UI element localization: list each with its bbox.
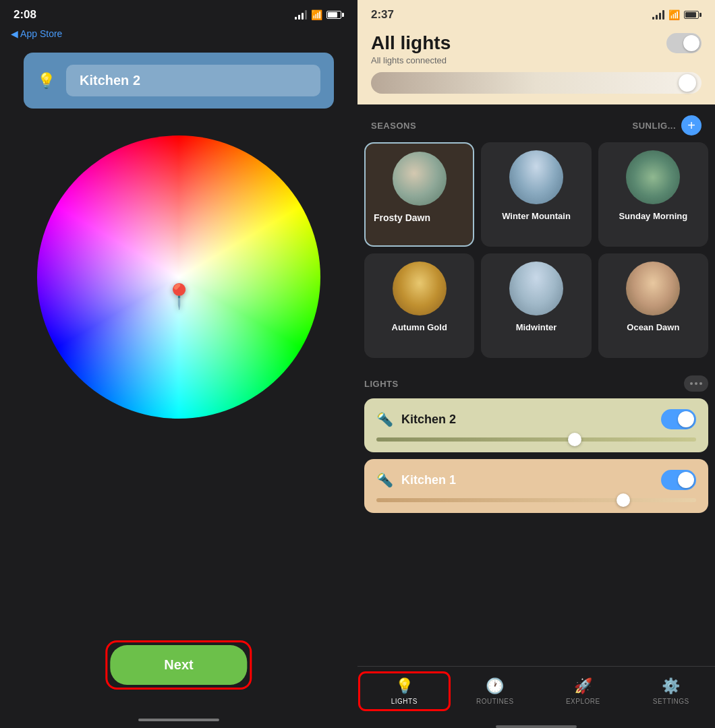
lights-nav-label: LIGHTS [391, 698, 418, 705]
scene-name-frosty-dawn: Frosty Dawn [374, 212, 430, 223]
left-panel: 2:08 📶 ◀ App Store 💡 Kitchen 2 📍 N [0, 0, 358, 728]
light-card-kitchen1[interactable]: 🔦 Kitchen 1 [364, 459, 708, 513]
right-signal-icon [652, 10, 664, 20]
master-toggle[interactable] [666, 33, 702, 53]
ocean-dawn-image [626, 262, 680, 315]
nav-routines[interactable]: 🕐 ROUTINES [451, 673, 540, 709]
light-name-text: Kitchen 2 [80, 73, 140, 88]
lights-nav-icon: 💡 [395, 677, 413, 695]
seasons-label: SEASONS [371, 121, 416, 131]
scene-card-midwinter[interactable]: Midwinter [481, 253, 591, 358]
kitchen2-toggle[interactable] [661, 409, 696, 429]
lights-header: LIGHTS [358, 365, 715, 398]
kitchen2-row: 🔦 Kitchen 2 [376, 409, 696, 429]
scene-card-frosty-dawn[interactable]: Frosty Dawn [364, 142, 474, 247]
midwinter-image [509, 262, 563, 315]
light-card-kitchen2[interactable]: 🔦 Kitchen 2 [364, 398, 708, 452]
kitchen1-row: 🔦 Kitchen 1 [376, 470, 696, 490]
kitchen2-name: Kitchen 2 [401, 413, 456, 427]
kitchen2-left: 🔦 Kitchen 2 [376, 411, 456, 427]
routines-nav-label: ROUTINES [476, 698, 514, 705]
right-battery-icon [684, 11, 702, 19]
all-lights-title: All lights [371, 32, 451, 54]
bottom-nav: 💡 LIGHTS 🕐 ROUTINES 🚀 EXPLORE ⚙️ SETTING… [358, 666, 715, 723]
frosty-dawn-image [393, 152, 447, 206]
kitchen2-bulb-icon: 🔦 [376, 411, 393, 427]
more-button[interactable] [684, 375, 708, 392]
bulb-icon: 💡 [37, 72, 55, 90]
settings-nav-label: SETTINGS [653, 698, 689, 705]
scene-card-sunday-morning[interactable]: Sunday Morning [598, 142, 708, 247]
more-dot-2 [695, 382, 697, 385]
sunday-morning-image [626, 150, 680, 204]
next-button-area: Next [107, 642, 250, 688]
right-status-bar: 2:37 📶 [358, 0, 715, 27]
scene-name-autumn-gold: Autumn Gold [372, 322, 466, 332]
all-lights-brightness-slider[interactable] [371, 72, 702, 94]
right-panel: 2:37 📶 All lights All lights connected [358, 0, 715, 728]
scene-card-winter-mountain[interactable]: Winter Mountain [481, 142, 591, 247]
nav-explore[interactable]: 🚀 EXPLORE [539, 673, 627, 709]
color-wheel[interactable] [37, 135, 320, 419]
wifi-icon: 📶 [311, 9, 322, 20]
scroll-content: SEASONS SUNLIG... + Frosty Dawn Winter M… [358, 104, 715, 666]
explore-nav-icon: 🚀 [574, 677, 592, 695]
scene-card-autumn-gold[interactable]: Autumn Gold [364, 253, 474, 358]
right-time: 2:37 [371, 8, 394, 22]
kitchen1-toggle[interactable] [661, 470, 696, 490]
more-dot-1 [690, 382, 693, 385]
scene-name-ocean-dawn: Ocean Dawn [606, 322, 700, 332]
autumn-gold-image [393, 262, 447, 315]
add-button[interactable]: + [681, 115, 702, 135]
settings-nav-icon: ⚙️ [662, 677, 680, 695]
right-wifi-icon: 📶 [668, 9, 680, 20]
brightness-track [371, 72, 702, 94]
light-name-inner: Kitchen 2 [66, 65, 320, 96]
nav-lights[interactable]: 💡 LIGHTS [360, 673, 449, 709]
app-store-back[interactable]: ◀ App Store [0, 28, 62, 39]
left-time: 2:08 [13, 8, 36, 22]
home-indicator-right [496, 725, 577, 728]
scene-name-sunday-morning: Sunday Morning [606, 211, 700, 221]
kitchen1-left: 🔦 Kitchen 1 [376, 472, 456, 488]
sunlights-label: SUNLIG... [633, 121, 676, 131]
kitchen1-slider-thumb [617, 493, 630, 507]
all-lights-title-row: All lights [371, 32, 702, 54]
all-lights-header: All lights All lights connected [358, 27, 715, 104]
light-name-bar[interactable]: 💡 Kitchen 2 [24, 53, 334, 109]
scene-name-midwinter: Midwinter [489, 322, 583, 332]
home-indicator-left [138, 719, 219, 721]
kitchen2-slider[interactable] [376, 437, 696, 442]
winter-mountain-image [509, 150, 563, 204]
routines-nav-icon: 🕐 [486, 677, 504, 695]
seasons-header: SEASONS SUNLIG... + [358, 104, 715, 142]
left-status-bar: 2:08 📶 [0, 0, 358, 27]
scene-card-ocean-dawn[interactable]: Ocean Dawn [598, 253, 708, 358]
kitchen1-name: Kitchen 1 [401, 473, 456, 487]
lights-label: LIGHTS [364, 379, 399, 389]
battery-icon [326, 11, 344, 19]
signal-icon [295, 10, 307, 20]
kitchen1-slider[interactable] [376, 498, 696, 502]
color-wheel-container[interactable]: 📍 [37, 135, 320, 419]
scene-name-winter-mountain: Winter Mountain [489, 211, 583, 221]
more-dot-3 [699, 382, 702, 385]
nav-settings[interactable]: ⚙️ SETTINGS [627, 673, 716, 709]
right-status-icons: 📶 [652, 9, 702, 20]
color-pin[interactable]: 📍 [164, 282, 194, 311]
lights-section: 🔦 Kitchen 2 🔦 Kitchen 1 [358, 398, 715, 513]
next-button[interactable]: Next [110, 645, 247, 685]
explore-nav-label: EXPLORE [566, 698, 600, 705]
kitchen2-slider-thumb [568, 433, 581, 446]
sunlights-header-right: SUNLIG... + [633, 115, 702, 135]
all-lights-subtitle: All lights connected [371, 55, 702, 65]
brightness-thumb [679, 74, 696, 92]
scenes-grid: Frosty Dawn Winter Mountain Sunday Morni… [358, 142, 715, 365]
left-status-icons: 📶 [295, 9, 344, 20]
kitchen1-bulb-icon: 🔦 [376, 472, 393, 488]
